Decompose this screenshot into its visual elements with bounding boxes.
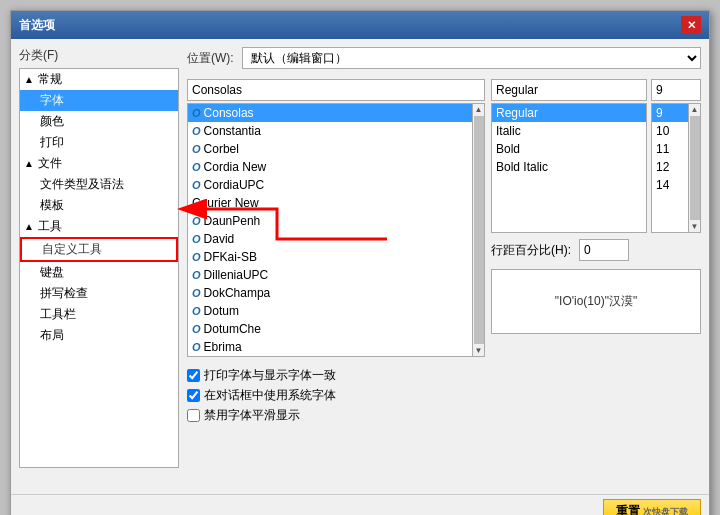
font-name-input[interactable] (187, 79, 485, 101)
size-item-12[interactable]: 12 (652, 158, 688, 176)
size-item-9[interactable]: 9 (652, 104, 688, 122)
tree-item-color[interactable]: 颜色 (20, 111, 178, 132)
size-label-11: 11 (656, 142, 669, 156)
scroll-thumb[interactable] (474, 116, 484, 344)
line-height-input[interactable] (579, 239, 629, 261)
style-item-italic[interactable]: Italic (492, 122, 646, 140)
font-item-daunpenh[interactable]: O DaunPenh (188, 212, 472, 230)
font-item-constantia[interactable]: O Constantia (188, 122, 472, 140)
font-name-list-wrap: O Consolas O Constantia O Corbel (187, 103, 485, 357)
font-preview: "IO'io(10)"汉漠" (491, 269, 701, 334)
checkbox-disable-smooth-input[interactable] (187, 409, 200, 422)
font-label-dotumche: DotumChe (204, 322, 261, 336)
style-size-column: Regular Italic Bold Bold Italic (491, 79, 701, 357)
font-label-couriernew: Courier New (192, 196, 259, 210)
font-style-list[interactable]: Regular Italic Bold Bold Italic (491, 103, 647, 233)
size-item-10[interactable]: 10 (652, 122, 688, 140)
tree-item-tools[interactable]: ▲ 工具 (20, 216, 178, 237)
font-style-input[interactable] (491, 79, 647, 101)
tree-item-spellcheck[interactable]: 拼写检查 (20, 283, 178, 304)
checkbox-print-match-input[interactable] (187, 369, 200, 382)
tree-item-file[interactable]: ▲ 文件 (20, 153, 178, 174)
font-icon-dfkaisb: O (192, 251, 201, 263)
checkboxes-area: 打印字体与显示字体一致 在对话框中使用系统字体 禁用字体平滑显示 (187, 367, 701, 424)
tree-item-font[interactable]: 字体 (20, 90, 178, 111)
font-item-dfkaisb[interactable]: O DFKai-SB (188, 248, 472, 266)
scroll-down-icon[interactable]: ▼ (475, 346, 483, 355)
font-label-constantia: Constantia (204, 124, 261, 138)
size-scroll-down-icon[interactable]: ▼ (691, 222, 699, 231)
font-scrollbar[interactable]: ▲ ▼ (472, 104, 484, 356)
font-item-dotum[interactable]: O Dotum (188, 302, 472, 320)
font-item-cordiaupc[interactable]: O CordiaUPC (188, 176, 472, 194)
size-scroll-thumb[interactable] (690, 116, 700, 220)
reset-button[interactable]: 重置 次快盘下载 (603, 499, 701, 515)
title-bar: 首选项 ✕ (11, 11, 709, 39)
size-label-14: 14 (656, 178, 669, 192)
font-icon-ebrima: O (192, 341, 201, 353)
checkbox-system-font-label: 在对话框中使用系统字体 (204, 387, 336, 404)
checkbox-system-font-input[interactable] (187, 389, 200, 402)
tree-item-keybind[interactable]: 键盘 (20, 262, 178, 283)
label-template: 模板 (40, 197, 64, 214)
font-item-dilleniaupc[interactable]: O DilleniaUPC (188, 266, 472, 284)
preferences-dialog: 首选项 ✕ 分类(F) ▲ 常规 字体 颜色 打印 (10, 10, 710, 515)
style-item-regular[interactable]: Regular (492, 104, 646, 122)
label-customtool: 自定义工具 (42, 241, 102, 258)
preview-text: "IO'io(10)"汉漠" (555, 293, 637, 310)
label-filetype: 文件类型及语法 (40, 176, 124, 193)
label-color: 颜色 (40, 113, 64, 130)
font-name-list[interactable]: O Consolas O Constantia O Corbel (188, 104, 472, 356)
size-item-11[interactable]: 11 (652, 140, 688, 158)
font-icon-david: O (192, 233, 201, 245)
size-scroll-up-icon[interactable]: ▲ (691, 105, 699, 114)
style-size-row: Regular Italic Bold Bold Italic (491, 79, 701, 233)
size-item-14[interactable]: 14 (652, 176, 688, 194)
style-item-bold[interactable]: Bold (492, 140, 646, 158)
font-item-cordianew[interactable]: O Cordia New (188, 158, 472, 176)
size-label-12: 12 (656, 160, 669, 174)
tree-item-layout[interactable]: 布局 (20, 325, 178, 346)
position-row: 位置(W): 默认（编辑窗口） 顶部 底部 (187, 47, 701, 69)
font-label-cordianew: Cordia New (204, 160, 267, 174)
style-label-regular: Regular (496, 106, 538, 120)
tree-item-toolbar[interactable]: 工具栏 (20, 304, 178, 325)
font-label-ebrima: Ebrima (204, 340, 242, 354)
category-header: 分类(F) (19, 47, 179, 64)
position-select[interactable]: 默认（编辑窗口） 顶部 底部 (242, 47, 701, 69)
font-item-couriernew[interactable]: Courier New (188, 194, 472, 212)
tree-item-general[interactable]: ▲ 常规 (20, 69, 178, 90)
font-item-dokchampa[interactable]: O DokChampa (188, 284, 472, 302)
font-label-consolas: Consolas (204, 106, 254, 120)
font-icon-daunpenh: O (192, 215, 201, 227)
font-size-column: 9 10 11 12 (651, 79, 701, 233)
font-item-dotumche[interactable]: O DotumChe (188, 320, 472, 338)
scroll-up-icon[interactable]: ▲ (475, 105, 483, 114)
font-item-ebrima[interactable]: O Ebrima (188, 338, 472, 356)
size-label-10: 10 (656, 124, 669, 138)
size-label-9: 9 (656, 106, 663, 120)
checkbox-disable-smooth: 禁用字体平滑显示 (187, 407, 701, 424)
tree-item-customtool[interactable]: 自定义工具 (20, 237, 178, 262)
category-tree: ▲ 常规 字体 颜色 打印 ▲ 文件 文件类 (19, 68, 179, 468)
font-item-corbel[interactable]: O Corbel (188, 140, 472, 158)
close-button[interactable]: ✕ (681, 16, 701, 34)
font-selection-area: O Consolas O Constantia O Corbel (187, 79, 701, 357)
label-file: 文件 (38, 155, 62, 172)
label-spellcheck: 拼写检查 (40, 285, 88, 302)
label-toolbar: 工具栏 (40, 306, 76, 323)
position-label: 位置(W): (187, 50, 234, 67)
font-icon-cordianew: O (192, 161, 201, 173)
checkbox-system-font: 在对话框中使用系统字体 (187, 387, 701, 404)
tree-item-filetype[interactable]: 文件类型及语法 (20, 174, 178, 195)
tree-item-template[interactable]: 模板 (20, 195, 178, 216)
tree-item-print[interactable]: 打印 (20, 132, 178, 153)
arrow-general: ▲ (24, 74, 36, 85)
style-item-bolditalic[interactable]: Bold Italic (492, 158, 646, 176)
checkbox-print-match-label: 打印字体与显示字体一致 (204, 367, 336, 384)
font-size-list[interactable]: 9 10 11 12 (652, 104, 688, 232)
font-item-david[interactable]: O David (188, 230, 472, 248)
font-item-consolas[interactable]: O Consolas (188, 104, 472, 122)
font-size-input[interactable] (651, 79, 701, 101)
size-scrollbar[interactable]: ▲ ▼ (688, 104, 700, 232)
